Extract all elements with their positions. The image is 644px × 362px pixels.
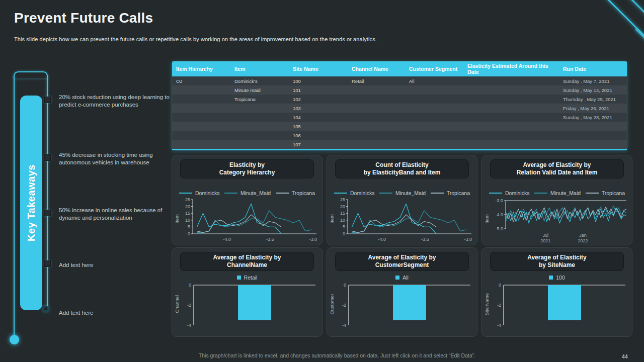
svg-text:15: 15 [340, 211, 345, 216]
table-cell [348, 85, 405, 95]
svg-text:-4.0: -4.0 [495, 212, 503, 217]
chart-panel-avg-elasticity-by-customersegment[interactable]: Average of Elasticity byCustomerSegment … [327, 247, 477, 337]
table-row: 106 [172, 131, 627, 140]
svg-text:Jan: Jan [579, 233, 587, 238]
table-cell [559, 131, 627, 140]
legend-item: Tropicana [431, 190, 470, 196]
table-cell [230, 104, 289, 113]
table-cell [463, 95, 559, 104]
bar-chart-plot: 0-2-4 [331, 280, 474, 332]
table-cell [348, 131, 405, 140]
table-cell: Minute maid [230, 85, 289, 95]
chart-title: Elasticity byCategory Hierarchy [180, 159, 314, 178]
legend-label: Dominicks [350, 190, 374, 196]
svg-text:Jul: Jul [542, 233, 548, 238]
bullet-marker-square [44, 97, 51, 103]
legend-swatch [276, 193, 289, 194]
table-cell [172, 85, 230, 95]
sidebar-outline-top [14, 71, 48, 78]
chart-panel-avg-elasticity-by-channelname[interactable]: Average of Elasticity byChannelName Reta… [172, 247, 323, 337]
key-takeaways-banner: Key Takeaways [20, 96, 42, 310]
takeaway-bullet: 20% stock reduction using deep learning … [59, 94, 172, 109]
column-header: Item Hierarchy [172, 61, 230, 76]
table-cell: Retail [348, 76, 405, 85]
sidebar-connector-line [47, 76, 48, 308]
table-cell [463, 113, 559, 122]
chart-panel-count-of-elasticity[interactable]: Count of Elasticityby ElasticityBand and… [327, 155, 477, 245]
legend-label: Dominicks [505, 190, 529, 196]
column-header: Run Date [559, 61, 627, 76]
takeaway-bullet-placeholder[interactable]: Add text here [59, 309, 172, 317]
takeaway-bullet-placeholder[interactable]: Add text here [59, 261, 172, 269]
legend-swatch [237, 276, 241, 280]
table-cell [172, 104, 230, 113]
sidebar-outline-left-line [14, 76, 15, 335]
table-cell: Dominick's [230, 76, 289, 85]
svg-text:0: 0 [188, 231, 190, 236]
table-cell [463, 122, 559, 131]
svg-text:0: 0 [344, 283, 346, 288]
takeaway-bullet: 50% increase in online sales because of … [59, 207, 172, 222]
svg-text:-3.0: -3.0 [464, 237, 472, 242]
svg-text:-5.0: -5.0 [495, 226, 503, 231]
chart-title: Count of Elasticityby ElasticityBand and… [335, 159, 469, 178]
table-row: 107 [172, 140, 627, 149]
table-row: 105 [172, 122, 627, 131]
legend-item: Dominicks [334, 190, 374, 196]
column-header: Channel Name [348, 61, 405, 76]
table-cell [172, 122, 230, 131]
table-cell [559, 140, 627, 149]
legend-swatch [489, 193, 502, 194]
chart-panel-elasticity-by-category-hierarchy[interactable]: Elasticity byCategory Hierarchy Dominick… [172, 155, 323, 245]
bar-chart-plot: 0-2-4 [176, 280, 319, 332]
svg-text:-3.0: -3.0 [495, 198, 503, 203]
chart-legend: DominicksMinute_MaidTropicana [489, 190, 625, 196]
legend-label: Tropicana [602, 190, 625, 196]
table-cell [230, 122, 289, 131]
table-cell [463, 85, 559, 95]
legend-item: Minute_Maid [224, 190, 271, 196]
table-cell [463, 104, 559, 113]
table-cell: Thursday , May 25, 2021 [559, 95, 627, 104]
page-subtitle: This slide depicts how we can prevent th… [14, 36, 377, 42]
sidebar-end-dot [10, 335, 19, 344]
table-row: Minute maid101Sunday , May 14, 2021 [172, 85, 627, 95]
table-cell [348, 122, 405, 131]
key-takeaways-label: Key Takeaways [26, 164, 37, 241]
legend-item: Minute_Maid [534, 190, 581, 196]
svg-text:15: 15 [185, 211, 190, 216]
chart-panel-avg-elasticity-by-sitename[interactable]: Average of Elasticityby SiteName 100 Sit… [481, 247, 632, 337]
legend-swatch [586, 193, 599, 194]
legend-item: Tropicana [586, 190, 625, 196]
bullet-marker-square [44, 260, 51, 267]
chart-panel-average-elasticity-by-date[interactable]: Average of Elasticity byRelation Valid D… [481, 155, 632, 245]
line-chart-plot: 2520151050-4.0-3.5-3.0 [331, 198, 474, 244]
table-cell [172, 140, 230, 149]
table-cell: 107 [289, 140, 348, 149]
table-cell [405, 113, 463, 122]
legend-swatch [549, 276, 553, 280]
table-row: 104Sunday , May 28, 2021 [172, 113, 627, 122]
legend-label: Minute_Maid [550, 190, 581, 196]
svg-text:20: 20 [340, 204, 345, 209]
elasticity-table[interactable]: Item Hierarchy Item Site Name Channel Na… [172, 61, 627, 150]
table-cell [405, 85, 463, 95]
svg-text:25: 25 [185, 198, 190, 202]
table-cell: 105 [289, 122, 348, 131]
table-cell: 106 [289, 131, 348, 140]
table-cell [559, 122, 627, 131]
table-cell: Sunday , May 14, 2021 [559, 85, 627, 95]
svg-text:-4.0: -4.0 [378, 237, 386, 242]
svg-text:-4: -4 [187, 323, 191, 328]
chart-legend: DominicksMinute_MaidTropicana [334, 190, 470, 196]
bullet-marker-square [44, 154, 51, 161]
legend-swatch [179, 193, 192, 194]
table-cell [405, 95, 463, 104]
svg-text:-4: -4 [342, 323, 346, 328]
table-cell [348, 113, 405, 122]
legend-swatch [534, 193, 547, 194]
table-cell [348, 140, 405, 149]
legend-label: Minute_Maid [240, 190, 271, 196]
chart-title: Average of Elasticityby SiteName [490, 252, 624, 271]
table-row: OJDominick's100RetailAllSunday , May 7, … [172, 76, 627, 85]
